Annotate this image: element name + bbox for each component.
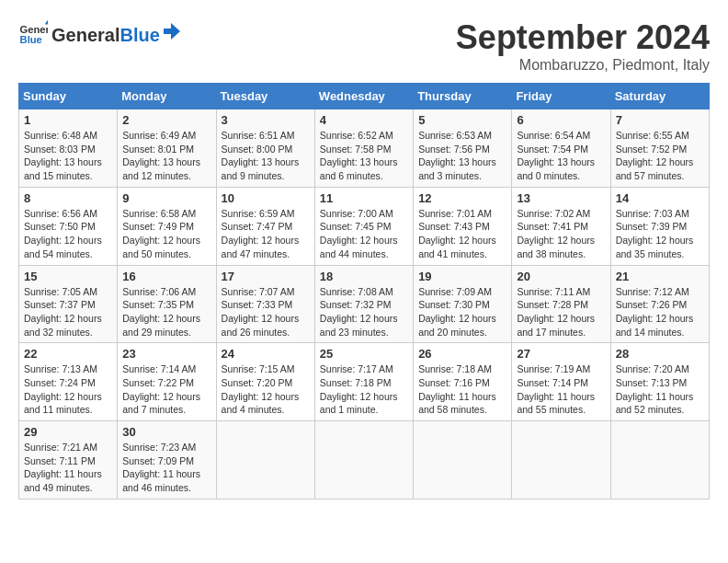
day-number: 11 — [320, 191, 408, 205]
calendar-cell — [610, 421, 709, 500]
day-number: 24 — [222, 347, 310, 361]
calendar-cell: 10Sunrise: 6:59 AMSunset: 7:47 PMDayligh… — [216, 187, 314, 265]
day-number: 6 — [517, 113, 605, 127]
day-info: Sunrise: 6:48 AMSunset: 8:03 PMDaylight:… — [24, 129, 112, 183]
day-info: Sunrise: 7:23 AMSunset: 7:09 PMDaylight:… — [122, 441, 210, 495]
col-header-friday: Friday — [512, 84, 610, 109]
day-number: 15 — [24, 270, 112, 283]
calendar-cell: 4Sunrise: 6:52 AMSunset: 7:58 PMDaylight… — [314, 109, 413, 188]
calendar-week-5: 29Sunrise: 7:21 AMSunset: 7:11 PMDayligh… — [19, 421, 710, 500]
day-number: 21 — [616, 270, 704, 283]
day-info: Sunrise: 7:02 AMSunset: 7:41 PMDaylight:… — [517, 207, 605, 261]
day-info: Sunrise: 7:15 AMSunset: 7:20 PMDaylight:… — [222, 362, 310, 417]
day-info: Sunrise: 6:58 AMSunset: 7:49 PMDaylight:… — [122, 207, 210, 261]
day-number: 19 — [418, 270, 506, 283]
col-header-thursday: Thursday — [414, 84, 512, 109]
svg-text:Blue: Blue — [20, 34, 42, 45]
day-number: 7 — [616, 113, 704, 127]
day-number: 25 — [320, 347, 408, 361]
day-number: 27 — [517, 347, 605, 361]
calendar-cell: 14Sunrise: 7:03 AMSunset: 7:39 PMDayligh… — [610, 187, 709, 265]
calendar-cell: 12Sunrise: 7:01 AMSunset: 7:43 PMDayligh… — [414, 187, 512, 265]
calendar-cell: 24Sunrise: 7:15 AMSunset: 7:20 PMDayligh… — [216, 343, 314, 421]
calendar-cell: 11Sunrise: 7:00 AMSunset: 7:45 PMDayligh… — [314, 187, 413, 265]
calendar-cell: 18Sunrise: 7:08 AMSunset: 7:32 PMDayligh… — [314, 265, 413, 343]
day-number: 18 — [320, 270, 408, 283]
day-number: 14 — [616, 191, 704, 205]
calendar-week-2: 8Sunrise: 6:56 AMSunset: 7:50 PMDaylight… — [19, 187, 710, 265]
day-number: 20 — [517, 270, 605, 283]
logo-blue: Blue — [119, 25, 159, 46]
day-number: 12 — [418, 191, 506, 205]
svg-marker-3 — [164, 23, 180, 40]
calendar-cell: 29Sunrise: 7:21 AMSunset: 7:11 PMDayligh… — [19, 421, 118, 500]
col-header-sunday: Sunday — [19, 84, 118, 109]
calendar-week-1: 1Sunrise: 6:48 AMSunset: 8:03 PMDaylight… — [19, 109, 710, 188]
day-info: Sunrise: 6:56 AMSunset: 7:50 PMDaylight:… — [24, 207, 112, 261]
calendar-cell: 21Sunrise: 7:12 AMSunset: 7:26 PMDayligh… — [610, 265, 709, 343]
logo-icon: General Blue — [18, 18, 48, 48]
calendar-cell: 26Sunrise: 7:18 AMSunset: 7:16 PMDayligh… — [414, 343, 512, 421]
col-header-monday: Monday — [118, 84, 216, 109]
day-number: 30 — [122, 425, 210, 439]
day-info: Sunrise: 7:09 AMSunset: 7:30 PMDaylight:… — [418, 285, 506, 339]
day-info: Sunrise: 7:03 AMSunset: 7:39 PMDaylight:… — [616, 207, 704, 261]
header: General Blue GeneralBlue September 2024 … — [18, 18, 710, 74]
logo: General Blue GeneralBlue — [18, 18, 182, 48]
day-number: 28 — [616, 347, 704, 361]
day-number: 1 — [24, 113, 112, 127]
col-header-tuesday: Tuesday — [216, 84, 314, 109]
calendar-cell: 2Sunrise: 6:49 AMSunset: 8:01 PMDaylight… — [118, 109, 216, 188]
day-info: Sunrise: 6:53 AMSunset: 7:56 PMDaylight:… — [418, 129, 506, 183]
calendar-cell: 8Sunrise: 6:56 AMSunset: 7:50 PMDaylight… — [19, 187, 118, 265]
calendar-cell: 3Sunrise: 6:51 AMSunset: 8:00 PMDaylight… — [216, 109, 314, 188]
col-header-wednesday: Wednesday — [314, 84, 413, 109]
svg-text:General: General — [20, 24, 48, 35]
day-info: Sunrise: 7:01 AMSunset: 7:43 PMDaylight:… — [418, 207, 506, 261]
calendar-cell: 20Sunrise: 7:11 AMSunset: 7:28 PMDayligh… — [512, 265, 610, 343]
day-info: Sunrise: 7:08 AMSunset: 7:32 PMDaylight:… — [320, 285, 408, 339]
calendar-cell: 9Sunrise: 6:58 AMSunset: 7:49 PMDaylight… — [118, 187, 216, 265]
day-info: Sunrise: 6:55 AMSunset: 7:52 PMDaylight:… — [616, 129, 704, 183]
day-info: Sunrise: 6:54 AMSunset: 7:54 PMDaylight:… — [517, 129, 605, 183]
day-number: 3 — [222, 113, 310, 127]
day-info: Sunrise: 7:13 AMSunset: 7:24 PMDaylight:… — [24, 362, 112, 417]
calendar-cell — [314, 421, 413, 500]
day-info: Sunrise: 7:00 AMSunset: 7:45 PMDaylight:… — [320, 207, 408, 261]
calendar-cell: 27Sunrise: 7:19 AMSunset: 7:14 PMDayligh… — [512, 343, 610, 421]
day-number: 2 — [122, 113, 210, 127]
day-info: Sunrise: 7:17 AMSunset: 7:18 PMDaylight:… — [320, 362, 408, 417]
calendar-cell — [414, 421, 512, 500]
calendar-cell: 7Sunrise: 6:55 AMSunset: 7:52 PMDaylight… — [610, 109, 709, 188]
location-title: Mombaruzzo, Piedmont, Italy — [456, 57, 710, 74]
day-number: 22 — [24, 347, 112, 361]
day-number: 23 — [122, 347, 210, 361]
calendar-cell: 19Sunrise: 7:09 AMSunset: 7:30 PMDayligh… — [414, 265, 512, 343]
title-area: September 2024 Mombaruzzo, Piedmont, Ita… — [456, 18, 710, 74]
day-info: Sunrise: 7:21 AMSunset: 7:11 PMDaylight:… — [24, 441, 112, 495]
calendar-cell: 23Sunrise: 7:14 AMSunset: 7:22 PMDayligh… — [118, 343, 216, 421]
day-info: Sunrise: 6:59 AMSunset: 7:47 PMDaylight:… — [222, 207, 310, 261]
calendar-cell: 25Sunrise: 7:17 AMSunset: 7:18 PMDayligh… — [314, 343, 413, 421]
col-header-saturday: Saturday — [610, 84, 709, 109]
calendar-cell: 13Sunrise: 7:02 AMSunset: 7:41 PMDayligh… — [512, 187, 610, 265]
logo-general: General — [51, 25, 119, 46]
day-info: Sunrise: 7:07 AMSunset: 7:33 PMDaylight:… — [222, 285, 310, 339]
calendar-table: SundayMondayTuesdayWednesdayThursdayFrid… — [18, 83, 710, 500]
day-info: Sunrise: 7:14 AMSunset: 7:22 PMDaylight:… — [122, 362, 210, 417]
calendar-week-3: 15Sunrise: 7:05 AMSunset: 7:37 PMDayligh… — [19, 265, 710, 343]
calendar-cell — [512, 421, 610, 500]
calendar-cell: 30Sunrise: 7:23 AMSunset: 7:09 PMDayligh… — [118, 421, 216, 500]
calendar-cell: 15Sunrise: 7:05 AMSunset: 7:37 PMDayligh… — [19, 265, 118, 343]
day-info: Sunrise: 7:12 AMSunset: 7:26 PMDaylight:… — [616, 285, 704, 339]
day-number: 5 — [418, 113, 506, 127]
calendar-cell: 6Sunrise: 6:54 AMSunset: 7:54 PMDaylight… — [512, 109, 610, 188]
day-number: 26 — [418, 347, 506, 361]
day-info: Sunrise: 7:05 AMSunset: 7:37 PMDaylight:… — [24, 285, 112, 339]
month-title: September 2024 — [456, 18, 710, 57]
calendar-cell — [216, 421, 314, 500]
day-number: 9 — [122, 191, 210, 205]
day-info: Sunrise: 7:19 AMSunset: 7:14 PMDaylight:… — [517, 362, 605, 417]
calendar-cell: 22Sunrise: 7:13 AMSunset: 7:24 PMDayligh… — [19, 343, 118, 421]
calendar-cell: 5Sunrise: 6:53 AMSunset: 7:56 PMDaylight… — [414, 109, 512, 188]
